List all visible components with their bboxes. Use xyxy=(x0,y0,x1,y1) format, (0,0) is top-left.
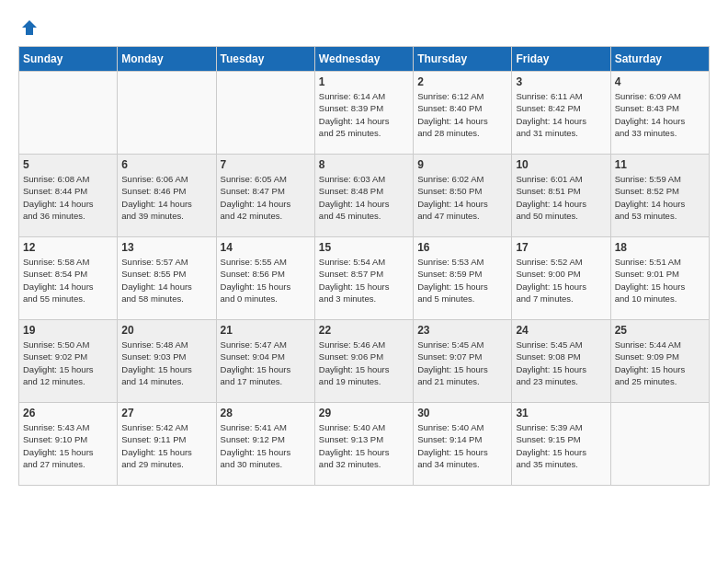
calendar-cell: 31Sunrise: 5:39 AM Sunset: 9:15 PM Dayli… xyxy=(512,403,610,486)
calendar-cell: 24Sunrise: 5:45 AM Sunset: 9:08 PM Dayli… xyxy=(512,320,610,403)
svg-marker-0 xyxy=(22,20,37,35)
day-info: Sunrise: 6:12 AM Sunset: 8:40 PM Dayligh… xyxy=(417,90,507,139)
page-header xyxy=(18,18,710,37)
calendar-header-monday: Monday xyxy=(118,47,216,72)
day-number: 29 xyxy=(319,407,409,419)
day-number: 4 xyxy=(615,75,705,88)
calendar-cell: 5Sunrise: 6:08 AM Sunset: 8:44 PM Daylig… xyxy=(19,155,118,237)
calendar-cell: 14Sunrise: 5:55 AM Sunset: 8:56 PM Dayli… xyxy=(216,237,314,320)
calendar-cell: 2Sunrise: 6:12 AM Sunset: 8:40 PM Daylig… xyxy=(414,72,512,155)
day-info: Sunrise: 5:51 AM Sunset: 9:01 PM Dayligh… xyxy=(615,256,705,304)
day-number: 30 xyxy=(417,407,507,419)
day-info: Sunrise: 5:55 AM Sunset: 8:56 PM Dayligh… xyxy=(221,256,311,304)
day-info: Sunrise: 5:40 AM Sunset: 9:14 PM Dayligh… xyxy=(417,421,507,470)
calendar-cell: 3Sunrise: 6:11 AM Sunset: 8:42 PM Daylig… xyxy=(512,72,610,155)
day-info: Sunrise: 5:47 AM Sunset: 9:04 PM Dayligh… xyxy=(221,339,311,387)
calendar-header-thursday: Thursday xyxy=(414,47,512,72)
logo-icon xyxy=(20,18,39,37)
calendar-week-row: 1Sunrise: 6:14 AM Sunset: 8:39 PM Daylig… xyxy=(19,72,710,155)
day-number: 31 xyxy=(516,407,606,419)
day-info: Sunrise: 5:42 AM Sunset: 9:11 PM Dayligh… xyxy=(121,421,211,470)
day-info: Sunrise: 6:14 AM Sunset: 8:39 PM Dayligh… xyxy=(319,90,409,139)
calendar-cell xyxy=(216,72,314,155)
day-info: Sunrise: 5:54 AM Sunset: 8:57 PM Dayligh… xyxy=(319,256,409,304)
calendar-week-row: 19Sunrise: 5:50 AM Sunset: 9:02 PM Dayli… xyxy=(19,320,710,403)
calendar-cell: 6Sunrise: 6:06 AM Sunset: 8:46 PM Daylig… xyxy=(118,155,216,237)
day-number: 8 xyxy=(319,158,409,171)
day-number: 17 xyxy=(516,241,606,254)
day-info: Sunrise: 5:39 AM Sunset: 9:15 PM Dayligh… xyxy=(516,421,606,470)
day-number: 18 xyxy=(615,241,705,254)
day-info: Sunrise: 6:11 AM Sunset: 8:42 PM Dayligh… xyxy=(516,90,606,139)
calendar-cell: 30Sunrise: 5:40 AM Sunset: 9:14 PM Dayli… xyxy=(414,403,512,486)
day-number: 25 xyxy=(615,324,705,337)
calendar-cell: 19Sunrise: 5:50 AM Sunset: 9:02 PM Dayli… xyxy=(19,320,118,403)
day-number: 21 xyxy=(221,324,311,337)
day-info: Sunrise: 5:48 AM Sunset: 9:03 PM Dayligh… xyxy=(121,339,211,387)
day-number: 13 xyxy=(121,241,211,254)
calendar-cell: 11Sunrise: 5:59 AM Sunset: 8:52 PM Dayli… xyxy=(610,155,709,237)
calendar-cell: 1Sunrise: 6:14 AM Sunset: 8:39 PM Daylig… xyxy=(314,72,413,155)
calendar-cell: 8Sunrise: 6:03 AM Sunset: 8:48 PM Daylig… xyxy=(314,155,413,237)
calendar-week-row: 26Sunrise: 5:43 AM Sunset: 9:10 PM Dayli… xyxy=(19,403,710,486)
day-info: Sunrise: 5:59 AM Sunset: 8:52 PM Dayligh… xyxy=(615,173,705,222)
calendar-week-row: 12Sunrise: 5:58 AM Sunset: 8:54 PM Dayli… xyxy=(19,237,710,320)
day-number: 23 xyxy=(417,324,507,337)
day-number: 11 xyxy=(615,158,705,171)
calendar-cell: 22Sunrise: 5:46 AM Sunset: 9:06 PM Dayli… xyxy=(314,320,413,403)
calendar-cell: 28Sunrise: 5:41 AM Sunset: 9:12 PM Dayli… xyxy=(216,403,314,486)
day-info: Sunrise: 6:05 AM Sunset: 8:47 PM Dayligh… xyxy=(221,173,311,222)
calendar-cell: 26Sunrise: 5:43 AM Sunset: 9:10 PM Dayli… xyxy=(19,403,118,486)
calendar-cell: 21Sunrise: 5:47 AM Sunset: 9:04 PM Dayli… xyxy=(216,320,314,403)
day-number: 28 xyxy=(221,407,311,419)
day-info: Sunrise: 6:03 AM Sunset: 8:48 PM Dayligh… xyxy=(319,173,409,222)
day-number: 2 xyxy=(417,75,507,88)
day-info: Sunrise: 5:45 AM Sunset: 9:08 PM Dayligh… xyxy=(516,339,606,387)
day-number: 5 xyxy=(23,158,113,171)
calendar-cell xyxy=(610,403,709,486)
day-number: 20 xyxy=(121,324,211,337)
calendar-cell: 20Sunrise: 5:48 AM Sunset: 9:03 PM Dayli… xyxy=(118,320,216,403)
calendar-header-row: SundayMondayTuesdayWednesdayThursdayFrid… xyxy=(19,47,710,72)
day-number: 6 xyxy=(121,158,211,171)
calendar-header-tuesday: Tuesday xyxy=(216,47,314,72)
day-number: 9 xyxy=(417,158,507,171)
calendar-header-saturday: Saturday xyxy=(610,47,709,72)
day-info: Sunrise: 5:44 AM Sunset: 9:09 PM Dayligh… xyxy=(615,339,705,387)
calendar-cell: 18Sunrise: 5:51 AM Sunset: 9:01 PM Dayli… xyxy=(610,237,709,320)
calendar-cell: 13Sunrise: 5:57 AM Sunset: 8:55 PM Dayli… xyxy=(118,237,216,320)
day-number: 3 xyxy=(516,75,606,88)
day-info: Sunrise: 5:40 AM Sunset: 9:13 PM Dayligh… xyxy=(319,421,409,470)
calendar-header-friday: Friday xyxy=(512,47,610,72)
calendar-cell: 27Sunrise: 5:42 AM Sunset: 9:11 PM Dayli… xyxy=(118,403,216,486)
calendar-cell: 29Sunrise: 5:40 AM Sunset: 9:13 PM Dayli… xyxy=(314,403,413,486)
day-number: 14 xyxy=(221,241,311,254)
day-number: 26 xyxy=(23,407,113,419)
day-number: 24 xyxy=(516,324,606,337)
day-number: 15 xyxy=(319,241,409,254)
calendar-cell: 17Sunrise: 5:52 AM Sunset: 9:00 PM Dayli… xyxy=(512,237,610,320)
calendar-cell: 12Sunrise: 5:58 AM Sunset: 8:54 PM Dayli… xyxy=(19,237,118,320)
day-number: 27 xyxy=(121,407,211,419)
day-number: 12 xyxy=(23,241,113,254)
day-info: Sunrise: 5:41 AM Sunset: 9:12 PM Dayligh… xyxy=(221,421,311,470)
calendar-cell: 15Sunrise: 5:54 AM Sunset: 8:57 PM Dayli… xyxy=(314,237,413,320)
day-number: 19 xyxy=(23,324,113,337)
day-info: Sunrise: 6:09 AM Sunset: 8:43 PM Dayligh… xyxy=(615,90,705,139)
day-info: Sunrise: 5:43 AM Sunset: 9:10 PM Dayligh… xyxy=(23,421,113,470)
calendar-table: SundayMondayTuesdayWednesdayThursdayFrid… xyxy=(18,46,710,486)
day-info: Sunrise: 6:01 AM Sunset: 8:51 PM Dayligh… xyxy=(516,173,606,222)
day-info: Sunrise: 6:08 AM Sunset: 8:44 PM Dayligh… xyxy=(23,173,113,222)
calendar-header-wednesday: Wednesday xyxy=(314,47,413,72)
calendar-cell: 9Sunrise: 6:02 AM Sunset: 8:50 PM Daylig… xyxy=(414,155,512,237)
calendar-cell: 10Sunrise: 6:01 AM Sunset: 8:51 PM Dayli… xyxy=(512,155,610,237)
day-info: Sunrise: 5:50 AM Sunset: 9:02 PM Dayligh… xyxy=(23,339,113,387)
calendar-cell: 23Sunrise: 5:45 AM Sunset: 9:07 PM Dayli… xyxy=(414,320,512,403)
day-info: Sunrise: 5:57 AM Sunset: 8:55 PM Dayligh… xyxy=(121,256,211,304)
day-number: 16 xyxy=(417,241,507,254)
calendar-week-row: 5Sunrise: 6:08 AM Sunset: 8:44 PM Daylig… xyxy=(19,155,710,237)
day-info: Sunrise: 6:06 AM Sunset: 8:46 PM Dayligh… xyxy=(121,173,211,222)
day-info: Sunrise: 5:52 AM Sunset: 9:00 PM Dayligh… xyxy=(516,256,606,304)
day-number: 7 xyxy=(221,158,311,171)
calendar-cell: 16Sunrise: 5:53 AM Sunset: 8:59 PM Dayli… xyxy=(414,237,512,320)
